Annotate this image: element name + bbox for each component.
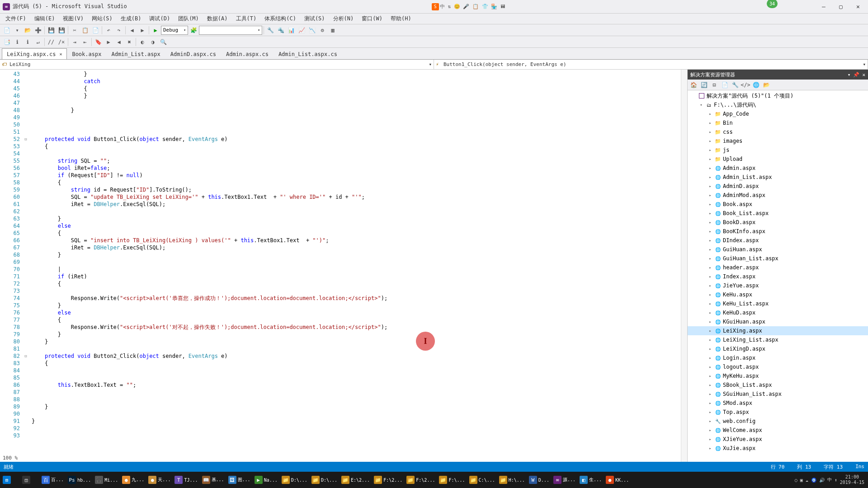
bookmark-clear-button[interactable]: ✖ (124, 37, 134, 47)
tree-item[interactable]: ▸KeHuD.aspx (688, 308, 868, 317)
new-dropdown-icon[interactable]: ▾ (12, 25, 22, 35)
overview-ruler[interactable] (681, 70, 687, 462)
menu-item[interactable]: 生成(B) (117, 14, 145, 23)
bookmark-prev-button[interactable]: ◀ (114, 37, 124, 47)
tree-item[interactable]: ▸Upload (688, 155, 868, 164)
taskbar-item[interactable]: Pshb... (66, 473, 93, 487)
tree-item[interactable]: ▸BookD.aspx (688, 218, 868, 227)
tree-item[interactable]: ▸LeiXing_List.aspx (688, 335, 868, 344)
tree-item[interactable]: ▸JieYue.aspx (688, 281, 868, 290)
config-dropdown[interactable]: Debug▾ (161, 26, 188, 35)
menu-item[interactable]: 数据(A) (203, 14, 231, 23)
view-code-button[interactable]: </> (741, 80, 750, 90)
tree-item[interactable]: ▸Book.aspx (688, 200, 868, 209)
tool-g-button[interactable]: ▦ (328, 25, 338, 35)
taskbar-item[interactable]: 📁F:\2... (372, 473, 404, 487)
tree-item[interactable]: ▸App_Code (688, 109, 868, 118)
taskbar-item[interactable]: 📁D:\... (280, 473, 309, 487)
taskbar-item[interactable]: 📁F:\... (437, 473, 467, 487)
tree-item[interactable]: ▸Bin (688, 118, 868, 127)
close-button[interactable]: ✕ (854, 2, 863, 11)
tree-item[interactable]: ▸XJieYue.aspx (688, 435, 868, 444)
tree-item[interactable]: ▸Top.aspx (688, 408, 868, 417)
refresh-button[interactable]: 🔄 (699, 80, 709, 90)
menu-item[interactable]: 工具(T) (232, 14, 260, 23)
tree-item[interactable]: ▸WelCome.aspx (688, 426, 868, 435)
document-tab[interactable]: AdminD.aspx.cs (165, 48, 221, 59)
tree-item[interactable]: ▸MyKeHu.aspx (688, 371, 868, 380)
tree-item[interactable]: ▸js (688, 145, 868, 155)
tree-item[interactable]: ▸SGuiHuan_List.aspx (688, 389, 868, 399)
tree-item[interactable]: ▸SMod.aspx (688, 399, 868, 408)
show-all-button[interactable]: 📄 (720, 80, 730, 90)
tree-item[interactable]: ▸XuJie.aspx (688, 444, 868, 453)
menu-item[interactable]: 网站(S) (88, 14, 116, 23)
taskbar-item[interactable]: 📁H:\... (497, 473, 527, 487)
tool-a-button[interactable]: 🔧 (265, 25, 275, 35)
member-dropdown[interactable]: ⚡Button1_Click(object sender, EventArgs … (434, 60, 868, 69)
tray-icon[interactable]: ▣ (800, 478, 803, 483)
toggle-b-button[interactable]: ◑ (148, 37, 158, 47)
find-combo[interactable]: ▾ (199, 26, 262, 35)
taskbar-item[interactable]: ▶Na... (253, 473, 279, 487)
taskbar-clock[interactable]: 21:002019-4-15 (840, 474, 864, 485)
tree-item[interactable]: ▸LeiXing.aspx (688, 326, 868, 335)
home-button[interactable]: 🏠 (689, 80, 698, 90)
tool-b-button[interactable]: 🔩 (276, 25, 286, 35)
tree-item[interactable]: ▸GuiHuan_List.aspx (688, 254, 868, 263)
tray-icon[interactable]: ☁ (806, 478, 808, 483)
open-button[interactable]: 📂 (23, 25, 33, 35)
word-wrap-button[interactable]: ↵ (33, 37, 43, 47)
taskbar-item[interactable]: TTJ... (173, 473, 199, 487)
list-members-button[interactable]: 📑 (2, 37, 12, 47)
start-debug-button[interactable]: ▶ (151, 25, 160, 35)
taskbar-item[interactable]: ⊞ (1, 473, 20, 487)
menu-item[interactable]: 测试(S) (301, 14, 329, 23)
code-area[interactable]: } catch { } } protected void Button1_Cli… (29, 70, 687, 462)
taskbar-item[interactable]: 📖基... (200, 473, 226, 487)
taskbar-item[interactable]: 🎧Mi... (93, 473, 120, 487)
tree-item[interactable]: ▾F:\...\源代码\ (688, 100, 868, 109)
solution-tree[interactable]: 解决方案"源代码 (5)"(1 个项目)▾F:\...\源代码\▸App_Cod… (688, 90, 868, 462)
taskbar-item[interactable]: 📁F:\2... (405, 473, 437, 487)
document-tab[interactable]: LeiXing.aspx.cs✕ (2, 48, 67, 59)
tree-item[interactable]: ▸css (688, 127, 868, 136)
copy-button[interactable]: 📋 (80, 25, 90, 35)
tree-item[interactable]: ▸Book_List.aspx (688, 209, 868, 218)
tree-item[interactable]: ▸images (688, 136, 868, 145)
taskbar-item[interactable]: ●KK... (604, 473, 631, 487)
tree-item[interactable]: ▸DIndex.aspx (688, 236, 868, 245)
pin-icon[interactable]: 📌 (853, 72, 859, 78)
outdent-button[interactable]: ⇤ (80, 37, 90, 47)
nest-button[interactable]: 📂 (761, 80, 771, 90)
close-panel-icon[interactable]: ✕ (862, 72, 865, 78)
tray-icon[interactable]: 🔊 (819, 478, 825, 483)
menu-item[interactable]: 调试(D) (146, 14, 174, 23)
tree-item[interactable]: ▸KeHu_List.aspx (688, 299, 868, 308)
tree-item[interactable]: ▸BooKInfo.aspx (688, 227, 868, 236)
tool-d-button[interactable]: 📈 (297, 25, 307, 35)
collapse-button[interactable]: ⊟ (709, 80, 719, 90)
close-tab-icon[interactable]: ✕ (59, 52, 62, 56)
new-button[interactable]: 📄 (2, 25, 12, 35)
maximize-button[interactable]: ▢ (836, 2, 845, 11)
param-info-button[interactable]: ℹ (12, 37, 22, 47)
tool-c-button[interactable]: 📊 (286, 25, 296, 35)
taskbar-item[interactable]: 📁E:\2... (340, 473, 372, 487)
tree-item[interactable]: 解决方案"源代码 (5)"(1 个项目) (688, 91, 868, 100)
toggle-a-button[interactable]: ◐ (137, 37, 147, 47)
fold-column[interactable]: ⊟⊟ (23, 70, 29, 462)
class-dropdown[interactable]: 🏷LeiXing▾ (0, 60, 434, 69)
paste-button[interactable]: 📄 (90, 25, 100, 35)
tree-item[interactable]: ▸AdminMod.aspx (688, 191, 868, 200)
tree-item[interactable]: ▸Login.aspx (688, 353, 868, 362)
menu-item[interactable]: 团队(M) (175, 14, 203, 23)
tree-item[interactable]: ▸web.config (688, 417, 868, 426)
bookmark-next-button[interactable]: ▶ (104, 37, 113, 47)
tree-item[interactable]: ▸LeiXingD.aspx (688, 344, 868, 353)
system-tray[interactable]: ◯▣☁🧿🔊中⬆21:002019-4-15 (795, 474, 867, 485)
toggle-c-button[interactable]: 🔍 (158, 37, 168, 47)
minimize-button[interactable]: — (819, 2, 828, 11)
properties-button[interactable]: 🔧 (730, 80, 740, 90)
document-tab[interactable]: Book.aspx (67, 48, 106, 59)
